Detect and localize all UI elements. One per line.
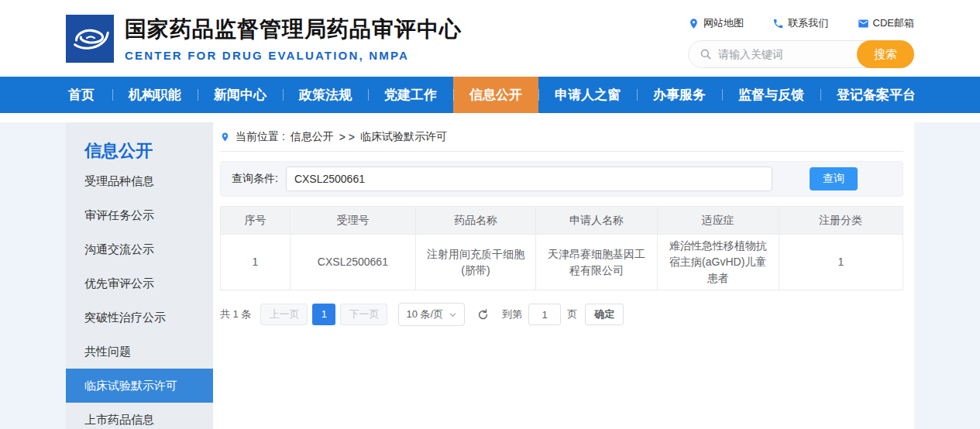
location-pin-icon (220, 131, 230, 143)
table-cell-indication: 难治性急性移植物抗宿主病(aGvHD)儿童患者 (657, 235, 779, 290)
query-bar: 查询条件: 查询 (220, 161, 903, 197)
search-button[interactable]: 搜索 (857, 40, 914, 68)
sidebar-item-review-tasks[interactable]: 审评任务公示 (66, 198, 213, 232)
page-background: 信息公开 受理品种信息审评任务公示沟通交流公示优先审评公示突破性治疗公示共性问题… (0, 122, 980, 429)
query-input[interactable] (286, 166, 772, 191)
nav-item-home[interactable]: 首页 (66, 77, 112, 113)
nav-item-applicant-window[interactable]: 申请人之窗 (538, 77, 637, 113)
table-header-drug-name: 药品名称 (415, 207, 535, 235)
refresh-icon (476, 308, 490, 321)
utility-links: 网站地图 联系我们 CDE邮箱 (688, 16, 914, 30)
nav-item-about[interactable]: 机构职能 (112, 77, 198, 113)
nav-item-info-disclosure[interactable]: 信息公开 (453, 77, 538, 113)
nav-item-news[interactable]: 新闻中心 (198, 77, 283, 113)
contact-link[interactable]: 联系我们 (772, 16, 828, 30)
sidebar-item-common-issues[interactable]: 共性问题 (66, 335, 213, 369)
table-header-applicant: 申请人名称 (536, 207, 658, 235)
site-logo[interactable]: 国家药品监督管理局药品审评中心 CENTER FOR DRUG EVALUATI… (66, 15, 462, 63)
site-search: 搜索 (688, 40, 914, 68)
sidebar-item-accepted-varieties[interactable]: 受理品种信息 (66, 164, 213, 198)
site-title: 国家药品监督管理局药品审评中心 (125, 15, 462, 44)
table-row: 1CXSL2500661注射用间充质干细胞(脐带)天津昂赛细胞基因工程有限公司难… (221, 235, 903, 290)
sidebar-item-breakthrough-therapy[interactable]: 突破性治疗公示 (66, 300, 213, 335)
sidebar-item-marketed-drugs[interactable]: 上市药品信息 (66, 403, 213, 429)
table-cell-applicant: 天津昂赛细胞基因工程有限公司 (536, 235, 658, 290)
page-size-select[interactable]: 10 条/页 (398, 303, 465, 326)
prev-page-button[interactable]: 上一页 (260, 304, 308, 325)
nav-menu: 首页机构职能新闻中心政策法规党建工作信息公开申请人之窗办事服务监督与反馈登记备案… (66, 77, 914, 113)
swan-logo-icon (66, 15, 114, 63)
goto-unit: 页 (567, 307, 577, 321)
breadcrumb-section[interactable]: 信息公开 (291, 130, 334, 144)
table-header-seq: 序号 (221, 207, 291, 235)
breadcrumb-separator: > > (339, 131, 355, 143)
nav-item-party-building[interactable]: 党建工作 (368, 77, 453, 113)
results-table: 序号受理号药品名称申请人名称适应症注册分类 1CXSL2500661注射用间充质… (220, 206, 903, 290)
nav-item-services[interactable]: 办事服务 (637, 77, 722, 113)
phone-icon (772, 18, 784, 29)
mail-icon (858, 18, 869, 29)
refresh-button[interactable] (476, 307, 490, 321)
search-input[interactable] (718, 48, 850, 60)
sidebar-item-communication[interactable]: 沟通交流公示 (66, 232, 213, 266)
goto-label: 到第 (502, 307, 522, 321)
nav-item-policies[interactable]: 政策法规 (283, 77, 368, 113)
sidebar-item-priority-review[interactable]: 优先审评公示 (66, 266, 213, 300)
sidebar-menu: 受理品种信息审评任务公示沟通交流公示优先审评公示突破性治疗公示共性问题临床试验默… (66, 164, 213, 429)
chevron-down-icon (449, 311, 457, 319)
pagination: 共 1 条 上一页 1 下一页 10 条/页 到第 (220, 303, 903, 326)
query-label: 查询条件: (232, 172, 278, 186)
page-number-button[interactable]: 1 (312, 304, 335, 325)
location-pin-icon (688, 18, 700, 29)
breadcrumb-current[interactable]: 临床试验默示许可 (360, 130, 447, 144)
site-header: 国家药品监督管理局药品审评中心 CENTER FOR DRUG EVALUATI… (0, 0, 980, 77)
next-page-button[interactable]: 下一页 (340, 304, 387, 325)
table-header-acceptance-no: 受理号 (290, 207, 415, 235)
goto-page-input[interactable] (528, 304, 561, 325)
total-count: 共 1 条 (220, 307, 251, 321)
table-body: 1CXSL2500661注射用间充质干细胞(脐带)天津昂赛细胞基因工程有限公司难… (221, 235, 903, 290)
nav-item-supervision-feedback[interactable]: 监督与反馈 (722, 77, 820, 113)
main-nav: 首页机构职能新闻中心政策法规党建工作信息公开申请人之窗办事服务监督与反馈登记备案… (0, 77, 980, 113)
breadcrumb: 当前位置 : 信息公开 > > 临床试验默示许可 (220, 122, 903, 152)
table-cell-drug-name: 注射用间充质干细胞(脐带) (415, 235, 535, 290)
table-header-row: 序号受理号药品名称申请人名称适应症注册分类 (221, 207, 903, 235)
site-subtitle: CENTER FOR DRUG EVALUATION, NMPA (125, 49, 462, 62)
sidebar-title: 信息公开 (66, 141, 213, 161)
nav-item-registration-platform[interactable]: 登记备案平台 (820, 77, 932, 113)
sidebar-item-clinical-trial-implied-license[interactable]: 临床试验默示许可 (66, 369, 213, 403)
breadcrumb-label: 当前位置 : (236, 130, 285, 144)
table-cell-reg-class: 1 (779, 235, 903, 290)
query-button[interactable]: 查询 (810, 167, 858, 190)
table-header-indication: 适应症 (657, 207, 779, 235)
header-gap (0, 113, 980, 122)
sitemap-link[interactable]: 网站地图 (688, 16, 744, 30)
main-content: 当前位置 : 信息公开 > > 临床试验默示许可 查询条件: 查询 序号受理号药… (213, 122, 914, 429)
table-cell-acceptance-no: CXSL2500661 (290, 235, 415, 290)
confirm-button[interactable]: 确定 (585, 304, 624, 325)
sidebar: 信息公开 受理品种信息审评任务公示沟通交流公示优先审评公示突破性治疗公示共性问题… (66, 122, 213, 429)
cde-mail-link[interactable]: CDE邮箱 (858, 16, 914, 30)
table-cell-seq: 1 (221, 235, 291, 290)
table-header-reg-class: 注册分类 (779, 207, 903, 235)
search-icon (700, 48, 712, 60)
